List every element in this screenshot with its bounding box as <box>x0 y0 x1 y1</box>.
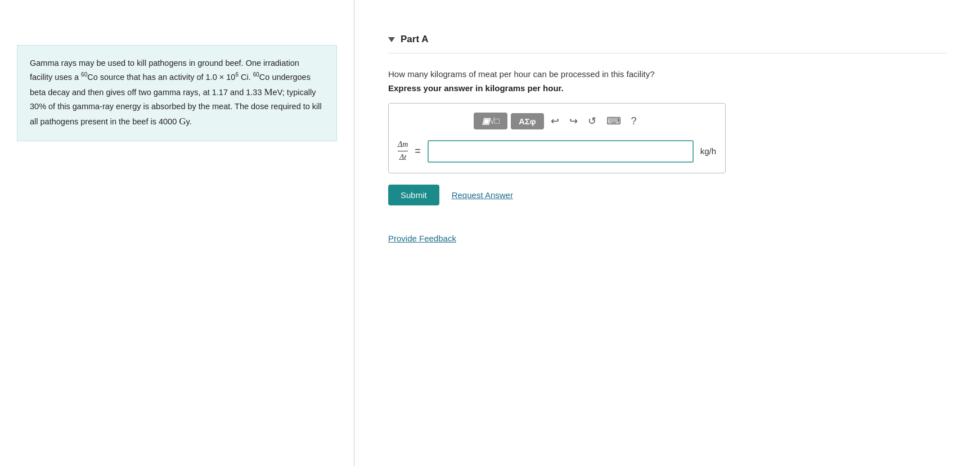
undo-button[interactable]: ↩ <box>547 113 563 129</box>
question-text: How many kilograms of meat per hour can … <box>388 69 946 79</box>
express-instruction: Express your answer in kilograms per hou… <box>388 83 946 93</box>
part-title: Part A <box>401 34 428 45</box>
problem-text: Gamma rays may be used to kill pathogens… <box>30 57 324 129</box>
greek-button[interactable]: ΑΣφ <box>511 113 544 129</box>
submit-button[interactable]: Submit <box>388 185 439 205</box>
answer-box: ▣√□ ΑΣφ ↩ ↪ ↺ ⌨ ? Δm Δt = kg/h <box>388 103 726 173</box>
unit-label: kg/h <box>700 146 716 156</box>
part-header: Part A <box>388 34 946 53</box>
template-button[interactable]: ▣√□ <box>474 113 507 129</box>
toolbar: ▣√□ ΑΣφ ↩ ↪ ↺ ⌨ ? <box>398 113 716 129</box>
fraction-numerator: Δm <box>398 140 408 150</box>
equals-sign: = <box>415 145 421 157</box>
redo-button[interactable]: ↪ <box>566 113 581 129</box>
help-button[interactable]: ? <box>628 113 640 129</box>
problem-box: Gamma rays may be used to kill pathogens… <box>17 45 337 141</box>
provide-feedback-button[interactable]: Provide Feedback <box>388 234 456 243</box>
request-answer-button[interactable]: Request Answer <box>452 190 513 200</box>
actions-row: Submit Request Answer <box>388 185 946 205</box>
chevron-down-icon[interactable] <box>388 37 395 42</box>
reset-button[interactable]: ↺ <box>585 113 600 129</box>
keyboard-button[interactable]: ⌨ <box>603 113 624 129</box>
input-row: Δm Δt = kg/h <box>398 140 716 163</box>
right-panel: Part A How many kilograms of meat per ho… <box>354 0 980 466</box>
fraction-line <box>398 151 408 151</box>
left-panel: Gamma rays may be used to kill pathogens… <box>0 0 354 466</box>
answer-input[interactable] <box>428 140 694 163</box>
fraction-denominator: Δt <box>399 153 406 163</box>
fraction-label: Δm Δt <box>398 140 408 163</box>
